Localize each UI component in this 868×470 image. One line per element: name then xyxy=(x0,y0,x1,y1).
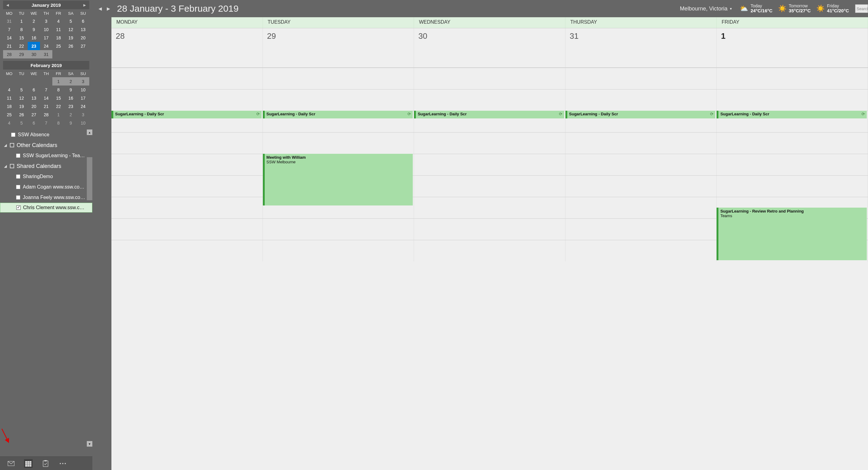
time-slot[interactable] xyxy=(414,219,565,240)
scroll-down-button[interactable]: ▼ xyxy=(87,441,92,447)
calendar-item[interactable]: Adam Cogan www.ssw.com.au xyxy=(0,182,92,192)
calendar-group[interactable]: ◢Shared Calendars xyxy=(0,161,92,171)
checkbox-icon[interactable] xyxy=(16,205,21,210)
prev-month-button[interactable]: ◀ xyxy=(4,1,11,9)
mini-calendar-day[interactable]: 18 xyxy=(52,34,65,42)
checkbox-icon[interactable] xyxy=(16,185,20,189)
time-slot[interactable] xyxy=(263,133,414,154)
mini-calendar-day[interactable]: 27 xyxy=(28,110,40,119)
mini-calendar-day[interactable]: 8 xyxy=(52,86,65,94)
mini-calendar-day[interactable]: 25 xyxy=(52,42,65,50)
time-slot[interactable] xyxy=(263,68,414,89)
mini-calendar-day[interactable]: 16 xyxy=(65,94,77,102)
time-slot[interactable] xyxy=(565,219,717,240)
calendar-event[interactable]: SugarLearning - Review Retro and Plannin… xyxy=(717,208,867,260)
mini-calendar-day[interactable]: 22 xyxy=(16,42,28,50)
time-slot[interactable] xyxy=(414,197,565,219)
checkbox-icon[interactable] xyxy=(11,133,16,137)
time-slot[interactable] xyxy=(112,133,263,154)
time-slot[interactable] xyxy=(112,154,263,175)
mini-calendar-day[interactable]: 25 xyxy=(3,110,16,119)
mini-calendar-day[interactable]: 11 xyxy=(52,25,65,34)
more-icon[interactable] xyxy=(59,459,67,468)
calendar-event[interactable]: SugarLearning - Daily Scr ⟳ xyxy=(414,111,564,119)
calendar-event[interactable]: SugarLearning - Daily Scr ⟳ xyxy=(112,111,261,119)
mini-calendar-day[interactable]: 15 xyxy=(52,94,65,102)
day-number[interactable]: 30 xyxy=(414,28,565,67)
mini-calendar-day[interactable]: 23 xyxy=(28,42,40,50)
time-slot[interactable] xyxy=(414,68,565,89)
mini-calendar-day[interactable]: 5 xyxy=(16,119,28,127)
mini-calendar-day[interactable]: 14 xyxy=(40,94,52,102)
mini-calendar-day[interactable]: 10 xyxy=(77,86,89,94)
search-input[interactable]: Search xyxy=(855,4,868,13)
mini-calendar-day[interactable]: 21 xyxy=(3,42,16,50)
tasks-icon[interactable] xyxy=(41,459,50,468)
mini-calendar-day[interactable]: 20 xyxy=(28,102,40,110)
day-number[interactable]: 1 xyxy=(717,28,868,67)
time-slot[interactable] xyxy=(112,240,263,262)
mini-calendar-day[interactable]: 3 xyxy=(40,17,52,25)
calendar-grid[interactable]: MONDAYTUESDAYWEDNESDAYTHURSDAYFRIDAY 282… xyxy=(112,17,868,470)
mini-calendar-day[interactable]: 4 xyxy=(3,86,16,94)
day-number[interactable]: 28 xyxy=(112,28,263,67)
weather-item[interactable]: ⛅Today24°C/16°C xyxy=(740,4,772,13)
mini-calendar-day[interactable]: 26 xyxy=(16,110,28,119)
mini-calendar-day[interactable]: 30 xyxy=(28,50,40,59)
calendar-icon[interactable] xyxy=(24,459,33,468)
mini-calendar-day[interactable]: 29 xyxy=(16,50,28,59)
mini-calendar-day[interactable]: 19 xyxy=(65,34,77,42)
mini-calendar-day[interactable]: 5 xyxy=(16,86,28,94)
mini-calendar-day[interactable]: 23 xyxy=(65,102,77,110)
mini-calendar-day[interactable]: 5 xyxy=(65,17,77,25)
mini-calendar-day[interactable]: 17 xyxy=(77,94,89,102)
mini-calendar-day[interactable]: 21 xyxy=(40,102,52,110)
mini-calendar-day[interactable]: 28 xyxy=(3,50,16,59)
day-number[interactable]: 29 xyxy=(263,28,414,67)
mini-calendar-day[interactable]: 10 xyxy=(40,25,52,34)
time-slot[interactable] xyxy=(112,176,263,197)
scrollbar-thumb[interactable] xyxy=(87,157,92,200)
day-number[interactable]: 31 xyxy=(565,28,717,67)
time-slot[interactable] xyxy=(565,240,717,262)
mini-calendar-day[interactable]: 11 xyxy=(3,94,16,102)
mini-calendar-day[interactable]: 31 xyxy=(40,50,52,59)
mini-calendar-day[interactable]: 15 xyxy=(16,34,28,42)
time-slot[interactable] xyxy=(565,154,717,175)
time-slot[interactable] xyxy=(112,90,263,111)
mini-calendar-day[interactable]: 24 xyxy=(40,42,52,50)
time-slot[interactable] xyxy=(263,219,414,240)
calendar-item[interactable]: SSW Absence xyxy=(0,130,92,140)
time-slot[interactable] xyxy=(263,240,414,262)
checkbox-icon[interactable] xyxy=(16,195,20,200)
mini-calendar-day[interactable]: 1 xyxy=(52,110,65,119)
next-week-button[interactable]: ▶ xyxy=(107,6,110,11)
mini-calendar-day[interactable]: 6 xyxy=(77,17,89,25)
mini-calendar-day[interactable]: 19 xyxy=(16,102,28,110)
mini-calendar-day[interactable]: 8 xyxy=(16,25,28,34)
mini-calendar-day[interactable]: 12 xyxy=(65,25,77,34)
time-slot[interactable] xyxy=(717,133,868,154)
mini-calendar-day[interactable]: 9 xyxy=(65,119,77,127)
mini-calendar-day[interactable]: 22 xyxy=(52,102,65,110)
calendar-event[interactable]: Meeting with WilliamSSW Melbourne xyxy=(263,154,413,205)
time-slot[interactable] xyxy=(112,68,263,89)
time-slot[interactable] xyxy=(263,90,414,111)
location-picker[interactable]: Melbourne, Victoria ▼ xyxy=(680,5,736,12)
time-slot[interactable] xyxy=(112,219,263,240)
mini-calendar-day[interactable]: 6 xyxy=(28,119,40,127)
calendar-group[interactable]: ◢Other Calendars xyxy=(0,140,92,150)
mini-calendar[interactable]: February 2019MOTUWETHFRSASU1234567891011… xyxy=(3,61,89,127)
mini-calendar-day[interactable]: 7 xyxy=(3,25,16,34)
mini-calendar-day[interactable]: 9 xyxy=(65,86,77,94)
mini-calendar-day[interactable]: 24 xyxy=(77,102,89,110)
time-slot[interactable] xyxy=(414,240,565,262)
time-slot[interactable] xyxy=(112,197,263,219)
weather-item[interactable]: ☀️Tomorrow35°C/27°C xyxy=(778,4,811,13)
time-slot[interactable] xyxy=(565,133,717,154)
mini-calendar-day[interactable]: 2 xyxy=(65,110,77,119)
mini-calendar-day[interactable]: 17 xyxy=(40,34,52,42)
mini-calendar-day[interactable]: 7 xyxy=(40,119,52,127)
next-month-button[interactable]: ▶ xyxy=(81,1,88,9)
calendar-event[interactable]: SugarLearning - Daily Scr ⟳ xyxy=(717,111,867,119)
